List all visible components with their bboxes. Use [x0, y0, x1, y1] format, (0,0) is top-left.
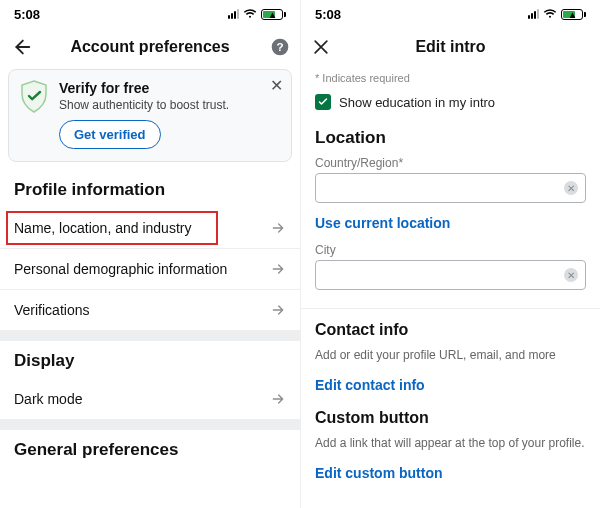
row-personal-demographic[interactable]: Personal demographic information [0, 249, 300, 290]
chevron-right-icon [270, 391, 286, 407]
row-label: Dark mode [14, 391, 82, 407]
location-heading: Location [315, 128, 386, 148]
app-header: Account preferences ? [0, 28, 300, 66]
get-verified-button[interactable]: Get verified [59, 120, 161, 149]
required-indicator-note: * Indicates required [301, 66, 600, 86]
use-current-location-link[interactable]: Use current location [301, 203, 600, 243]
row-dark-mode[interactable]: Dark mode [0, 379, 300, 420]
wifi-icon [543, 9, 557, 19]
contact-info-heading: Contact info [301, 309, 600, 347]
account-preferences-screen: 5:08 ▴ Account preferences ? [0, 0, 300, 508]
custom-button-subtitle: Add a link that will appear at the top o… [301, 435, 600, 457]
edit-contact-info-link[interactable]: Edit contact info [301, 369, 600, 405]
chevron-right-icon [270, 261, 286, 277]
section-divider [0, 420, 300, 430]
help-icon[interactable]: ? [270, 37, 290, 57]
profile-information-heading: Profile information [0, 170, 300, 208]
status-time: 5:08 [14, 7, 40, 22]
city-label: City [301, 243, 600, 260]
city-input[interactable] [315, 260, 586, 290]
contact-info-subtitle: Add or edit your profile URL, email, and… [301, 347, 600, 369]
chevron-right-icon [270, 220, 286, 236]
general-preferences-heading: General preferences [0, 430, 300, 468]
battery-icon: ▴ [561, 9, 586, 20]
shield-check-icon [19, 80, 49, 149]
page-title: Account preferences [70, 38, 229, 56]
chevron-right-icon [270, 302, 286, 318]
row-verifications[interactable]: Verifications [0, 290, 300, 331]
status-indicators: ▴ [228, 9, 286, 20]
country-region-input[interactable] [315, 173, 586, 203]
wifi-icon [243, 9, 257, 19]
row-label: Name, location, and industry [14, 220, 191, 236]
show-education-label: Show education in my intro [339, 95, 495, 110]
status-time: 5:08 [315, 7, 341, 22]
app-header: Edit intro [301, 28, 600, 66]
cellular-icon [528, 9, 539, 19]
clear-input-icon[interactable]: ✕ [564, 181, 578, 195]
row-label: Personal demographic information [14, 261, 227, 277]
edit-custom-button-link[interactable]: Edit custom button [301, 457, 600, 493]
custom-button-heading: Custom button [301, 405, 600, 435]
back-icon[interactable] [10, 36, 32, 58]
status-bar: 5:08 ▴ [301, 0, 600, 28]
section-divider [0, 331, 300, 341]
display-heading: Display [0, 341, 300, 379]
status-indicators: ▴ [528, 9, 586, 20]
row-label: Verifications [14, 302, 89, 318]
verify-title: Verify for free [59, 80, 229, 96]
close-icon[interactable] [311, 37, 331, 57]
cellular-icon [228, 9, 239, 19]
show-education-toggle[interactable]: Show education in my intro [301, 86, 600, 124]
close-icon[interactable]: ✕ [270, 78, 283, 94]
country-region-label: Country/Region* [301, 150, 600, 173]
page-title: Edit intro [415, 38, 485, 56]
clear-input-icon[interactable]: ✕ [564, 268, 578, 282]
status-bar: 5:08 ▴ [0, 0, 300, 28]
battery-icon: ▴ [261, 9, 286, 20]
checkbox-checked-icon [315, 94, 331, 110]
row-name-location-industry[interactable]: Name, location, and industry [0, 208, 300, 249]
edit-intro-screen: 5:08 ▴ Edit intro * Indicates required [300, 0, 600, 508]
verify-subtitle: Show authenticity to boost trust. [59, 98, 229, 112]
verify-banner: Verify for free Show authenticity to boo… [8, 69, 292, 162]
svg-text:?: ? [276, 40, 283, 53]
